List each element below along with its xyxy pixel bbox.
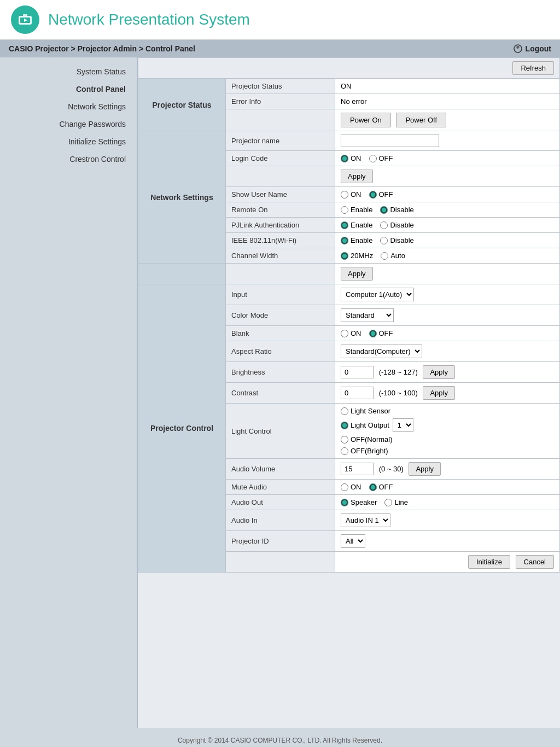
ieee-enable-radio[interactable] (341, 237, 348, 244)
refresh-button[interactable]: Refresh (512, 61, 554, 75)
audio-volume-input[interactable] (341, 463, 374, 475)
power-off-button[interactable]: Power Off (396, 113, 446, 127)
light-off-bright-label[interactable]: OFF(Bright) (341, 447, 554, 455)
blank-off-radio[interactable] (369, 330, 377, 337)
light-output-select[interactable]: 1 2 3 4 5 (393, 418, 413, 432)
ieee-disable-label[interactable]: Disable (380, 236, 413, 244)
input-select[interactable]: Computer 1(Auto) Computer 2 HDMI Video S… (341, 288, 414, 301)
ieee-enable-label[interactable]: Enable (341, 236, 372, 244)
footer: Copyright © 2014 CASIO COMPUTER CO., LTD… (0, 728, 560, 747)
sidebar-item-control-panel[interactable]: Control Panel (0, 80, 137, 98)
pjlink-disable-label[interactable]: Disable (380, 221, 413, 229)
brightness-input[interactable] (341, 366, 374, 378)
pc-contrast-label: Contrast (226, 383, 335, 404)
ns-projector-name-label: Projector name (226, 131, 335, 151)
brightness-range: (-128 ~ 127) (379, 368, 418, 376)
audio-in-select[interactable]: Audio IN 1 Audio IN 2 (341, 513, 390, 527)
pc-input-label: Input (226, 284, 335, 305)
pjlink-enable-radio[interactable] (341, 221, 348, 229)
audioout-line-label[interactable]: Line (384, 498, 408, 506)
network-settings-section-header: Network Settings (138, 131, 226, 264)
ps-power-buttons: Power On Power Off (335, 109, 560, 131)
power-on-button[interactable]: Power On (341, 113, 391, 127)
blank-on-radio[interactable] (341, 330, 348, 337)
light-off-normal-label[interactable]: OFF(Normal) (341, 435, 554, 443)
sidebar: System Status Control Panel Network Sett… (0, 57, 137, 728)
ns-showuser-label: Show User Name (226, 187, 335, 202)
audioout-line-radio[interactable] (384, 499, 392, 506)
blank-off-label[interactable]: OFF (369, 329, 393, 337)
light-output-label[interactable]: Light Output (341, 421, 389, 429)
channel-20mhz-radio[interactable] (341, 252, 348, 260)
sidebar-item-initialize-settings[interactable]: Initialize Settings (0, 133, 137, 150)
network-apply1-button[interactable]: Apply (341, 170, 373, 183)
contrast-range: (-100 ~ 100) (379, 389, 418, 397)
remoteon-disable-radio[interactable] (380, 206, 388, 214)
audio-volume-range: (0 ~ 30) (379, 465, 404, 473)
blank-on-label[interactable]: ON (341, 329, 361, 337)
audioout-speaker-label[interactable]: Speaker (341, 498, 377, 506)
light-off-normal-radio[interactable] (341, 436, 348, 443)
ns-name-row: Network Settings Projector name (138, 131, 560, 151)
ps-error-value: No error (335, 94, 560, 109)
projector-status-row1: Projector Status Projector Status ON (138, 79, 560, 94)
ns-ieee-label: IEEE 802.11n(Wi-Fi) (226, 233, 335, 248)
audio-volume-apply-button[interactable]: Apply (409, 462, 441, 476)
mute-off-radio[interactable] (369, 483, 377, 491)
light-output-radio[interactable] (341, 422, 348, 429)
channel-auto-radio[interactable] (381, 252, 388, 260)
pjlink-disable-radio[interactable] (380, 221, 388, 229)
brightness-apply-button[interactable]: Apply (423, 365, 455, 379)
ieee-disable-radio[interactable] (380, 237, 388, 244)
projector-id-select[interactable]: All 1 2 3 4 5 (341, 534, 365, 548)
network-apply2-button[interactable]: Apply (341, 267, 373, 281)
remoteon-enable-radio[interactable] (341, 206, 348, 214)
sidebar-item-network-settings[interactable]: Network Settings (0, 98, 137, 115)
login-on-label[interactable]: ON (341, 154, 361, 162)
app-title: Network Presentation System (48, 11, 250, 28)
remoteon-enable-label[interactable]: Enable (341, 206, 372, 214)
light-sensor-label[interactable]: Light Sensor (341, 407, 554, 415)
ns-login-label: Login Code (226, 151, 335, 166)
login-off-label[interactable]: OFF (369, 154, 393, 162)
pc-blank-label: Blank (226, 326, 335, 341)
ps-power-label (226, 109, 335, 131)
color-mode-select[interactable]: Standard Vivid Natural Cinema Blackboard… (341, 308, 394, 322)
logout-button[interactable]: Logout (514, 44, 551, 53)
login-off-radio[interactable] (369, 155, 377, 162)
footer-text: Copyright © 2014 CASIO COMPUTER CO., LTD… (178, 737, 382, 744)
mute-off-label[interactable]: OFF (369, 483, 393, 491)
mute-on-radio[interactable] (341, 483, 348, 491)
light-off-bright-radio[interactable] (341, 447, 348, 455)
sidebar-item-change-passwords[interactable]: Change Passwords (0, 115, 137, 133)
pjlink-enable-label[interactable]: Enable (341, 221, 372, 229)
showuser-off-radio[interactable] (369, 191, 377, 199)
initialize-button[interactable]: Initialize (468, 555, 510, 569)
light-output-row: Light Output 1 2 3 4 5 (341, 418, 554, 432)
logo (11, 5, 39, 34)
projector-name-input[interactable] (341, 135, 439, 147)
channel-20mhz-label[interactable]: 20MHz (341, 252, 373, 260)
contrast-input[interactable] (341, 387, 374, 399)
ps-status-value: ON (335, 79, 560, 94)
showuser-off-label[interactable]: OFF (369, 190, 393, 199)
showuser-on-label[interactable]: ON (341, 190, 361, 199)
showuser-on-radio[interactable] (341, 191, 348, 199)
audioout-speaker-radio[interactable] (341, 499, 348, 506)
logout-icon (514, 44, 522, 53)
pc-brightness-label: Brightness (226, 362, 335, 383)
light-sensor-radio[interactable] (341, 407, 348, 415)
remoteon-disable-label[interactable]: Disable (380, 206, 413, 214)
channel-auto-label[interactable]: Auto (381, 252, 405, 260)
mute-on-label[interactable]: ON (341, 483, 361, 491)
contrast-apply-button[interactable]: Apply (423, 386, 455, 400)
pc-audiovolume-label: Audio Volume (226, 459, 335, 480)
aspect-ratio-select[interactable]: Standard(Computer) 4:3 16:9 16:10 Full (341, 345, 422, 358)
sidebar-item-system-status[interactable]: System Status (0, 63, 137, 80)
sidebar-item-crestron-control[interactable]: Crestron Control (0, 150, 137, 168)
cancel-button[interactable]: Cancel (516, 555, 554, 569)
header: Network Presentation System (0, 0, 560, 40)
ps-status-label: Projector Status (226, 79, 335, 94)
login-on-radio[interactable] (341, 155, 348, 162)
ps-error-label: Error Info (226, 94, 335, 109)
